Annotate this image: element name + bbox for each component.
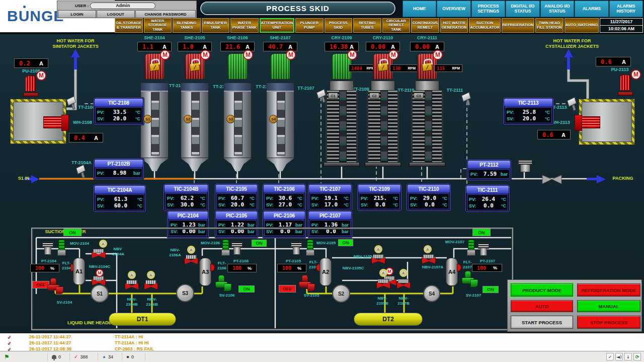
nav-digital-i-o-status[interactable]: DIGITAL I/O STATUS	[506, 1, 539, 17]
pump-pu2113-icon[interactable]: M	[617, 73, 634, 96]
sv2107-status[interactable]: ON	[482, 286, 499, 293]
manual-button[interactable]: MANUAL	[577, 300, 640, 312]
nbv2106a-valve-icon[interactable]	[184, 255, 197, 263]
tank-dt2[interactable]: DT2	[354, 313, 423, 326]
faceplate-tic-2108[interactable]: TIC-2108PV:33.5°CSV:20.0°C	[94, 98, 144, 125]
faceplate-pt-2112[interactable]: PT-2112PV:7.59bar	[467, 160, 511, 180]
pump-pu2108-icon[interactable]: M	[22, 74, 39, 97]
start-process-button[interactable]: START PROCESS	[511, 316, 573, 329]
nav-analog-i-o-status[interactable]: ANALOG I/O STATUS	[540, 1, 574, 17]
faceplate-tic-2107[interactable]: TIC-2107PV:19.1°CSV:17.0°C	[308, 184, 352, 211]
suction-header-status-left[interactable]: ON	[63, 229, 82, 236]
nav-circular-remelt-tank[interactable]: CIRCULAR REMELT TANK	[382, 18, 411, 33]
stop-process-button[interactable]: STOP PROCESS	[577, 316, 640, 329]
pt2107-transmitter-icon[interactable]	[478, 243, 489, 256]
nbv2106b-valve-icon[interactable]	[144, 280, 157, 288]
pt2104-transmitter-icon[interactable]	[42, 242, 53, 255]
nav-water-storage-tank[interactable]: WATER STORAGE TANK	[144, 18, 172, 33]
heater-wh2113-icon[interactable]	[575, 116, 600, 128]
selector-s1[interactable]: S1	[91, 284, 109, 303]
ack-tool-icon[interactable]: ✓	[606, 353, 614, 360]
faceplate-tic-2113[interactable]: TIC-2113PV:25.8°CSV:20.0°C	[503, 98, 553, 125]
nbv2105b-valve-icon[interactable]	[376, 279, 389, 287]
faceplate-tic-2109[interactable]: TIC-2109PV:215.°CSV:0.0°C	[357, 184, 401, 211]
heat-exchanger-body[interactable]: S1	[140, 83, 169, 158]
pt2105-transmitter-icon[interactable]	[291, 242, 302, 255]
sv2106-valve-icon[interactable]	[215, 275, 232, 292]
nav-process-skid[interactable]: PROCESS SKID	[325, 18, 353, 33]
faceplate-tic-2110[interactable]: TIC-2110PV:29.0°CSV:0.0°C	[407, 184, 451, 211]
nav-oil-storage-transfer[interactable]: OIL STORAGE & TRANSFER	[115, 18, 143, 33]
change-password-button[interactable]: CHANGE PASSWORD	[135, 10, 196, 18]
alarm-row[interactable]: ✓ 26-11-2017 11:44:27 TT-2114A : HI HI	[0, 340, 644, 346]
motor-icon[interactable]: M	[144, 53, 165, 80]
nbv2107b-valve-icon[interactable]	[396, 279, 410, 287]
sv2105-valve-icon[interactable]	[299, 275, 316, 292]
nbv2105a-valve-icon[interactable]	[371, 254, 384, 263]
nav-twin-head-fill-station[interactable]: TWIN HEAD FILL STATION	[535, 18, 564, 33]
mov2105-valve-icon[interactable]	[306, 240, 313, 256]
refresh-tool-icon[interactable]: ⟳	[633, 353, 641, 360]
pt2106-transmitter-icon[interactable]	[231, 242, 243, 255]
down-tool-icon[interactable]: ↓	[624, 353, 632, 360]
motor-icon[interactable]: M	[185, 53, 205, 80]
crystallizer-body[interactable]: C1	[326, 91, 358, 162]
vessel-a3[interactable]: A3	[199, 258, 211, 286]
mov2104-valve-icon[interactable]	[57, 240, 65, 256]
heat-exchanger-body[interactable]: S3	[223, 83, 252, 158]
nav-continuous-remelt[interactable]: CONTINUOUS REMELT	[411, 18, 439, 33]
nav-resting-tubes[interactable]: RESTING TUBES	[353, 18, 381, 33]
faceplate-tic-2104b[interactable]: TIC-2104BPV:62.2°CSV:30.0°C	[164, 184, 209, 211]
vessel-a4[interactable]: A4	[446, 258, 458, 286]
heater-wh2108-icon[interactable]	[43, 116, 68, 128]
selector-s4[interactable]: S4	[423, 285, 440, 302]
product-mode-button[interactable]: PRODUCT MODE	[511, 283, 573, 297]
crystallizer-body[interactable]: C2	[367, 91, 399, 162]
mov2105-status[interactable]: ON	[338, 239, 353, 246]
logout-button[interactable]: LOGOUT	[97, 10, 135, 18]
nav-emulsifier-tank[interactable]: EMULSIFIER TANK	[202, 18, 230, 33]
sv2107-valve-icon[interactable]	[462, 271, 479, 288]
nav-suction-accumulator[interactable]: SUCTION ACCUMULATOR	[469, 18, 500, 33]
faceplate-tic-2105[interactable]: TIC-2105PV:60.7°CSV:20.0°C	[215, 184, 258, 211]
mov2106-status[interactable]: ON	[252, 240, 267, 247]
nbv2104c-valve-icon[interactable]	[92, 276, 105, 284]
nbv2104b-valve-icon[interactable]	[125, 280, 138, 288]
faceplate-tic-2104a[interactable]: TIC-2104APV:61.3°CSV:60.0°C	[94, 185, 146, 212]
packing-valve-actuator-icon[interactable]	[518, 159, 532, 172]
faceplate-tic-2106[interactable]: TIC-2106PV:30.6°CSV:27.0°C	[263, 184, 306, 211]
selector-s2[interactable]: S2	[332, 284, 350, 303]
sv2104-valve-icon[interactable]	[47, 278, 64, 295]
nav-hot-water-generation[interactable]: HOT WATER GENERATION	[440, 18, 468, 33]
nav-alarms-history[interactable]: ALARMS HISTORY	[609, 1, 643, 17]
sound-tool-icon[interactable]: ◄)	[615, 353, 623, 360]
tank-dt1[interactable]: DT1	[109, 313, 176, 326]
nav-overview[interactable]: OVERVIEW	[437, 1, 470, 17]
refrigeration-mode-button[interactable]: REFRIGERATION MODE	[577, 283, 640, 297]
selector-s3[interactable]: S3	[176, 284, 194, 302]
nav-home[interactable]: HOME	[403, 1, 436, 17]
heat-exchanger-body[interactable]: S2	[181, 83, 209, 158]
faceplate-tic-2111[interactable]: TIC-2111PV:26.4°CSV:0.0°C	[465, 185, 510, 212]
nbv2107a-valve-icon[interactable]	[422, 254, 435, 263]
vessel-a1[interactable]: A1	[73, 258, 85, 285]
faceplate-pt-2102b[interactable]: PT-2102BPV:8.98bar	[94, 159, 144, 179]
nav-alarms[interactable]: ALARMS	[575, 1, 608, 17]
nav-plunger-pump[interactable]: PLUNGER PUMP	[295, 18, 324, 33]
suction-header-status-right[interactable]: ON	[472, 229, 491, 236]
crystallizer-body[interactable]: C3	[411, 91, 443, 162]
nav-refrigeration[interactable]: REFRIGERATION	[502, 18, 535, 33]
nav-blending-tanks[interactable]: BLENDING TANKS	[173, 18, 201, 33]
user-field[interactable]: Admin	[90, 3, 155, 9]
mov2106-valve-icon[interactable]	[221, 240, 229, 256]
login-button[interactable]: LOGIN	[58, 10, 96, 18]
nav-process-settings[interactable]: PROCESS SETTINGS	[471, 1, 505, 17]
nav-auto-batching[interactable]: AUTO_BATCHING	[565, 18, 599, 33]
heat-exchanger-body[interactable]: S4	[266, 83, 294, 158]
motor-icon[interactable]: M	[227, 53, 248, 80]
vessel-a2[interactable]: A2	[319, 258, 332, 286]
nbv2104a-valve-icon[interactable]	[92, 249, 105, 257]
sv2104-status[interactable]: OFF	[32, 281, 49, 288]
alarm-row[interactable]: ✓ 26-11-2017 11:44:27 TT-2114A : HI	[0, 334, 644, 340]
mov2107-valve-icon[interactable]	[467, 240, 474, 256]
